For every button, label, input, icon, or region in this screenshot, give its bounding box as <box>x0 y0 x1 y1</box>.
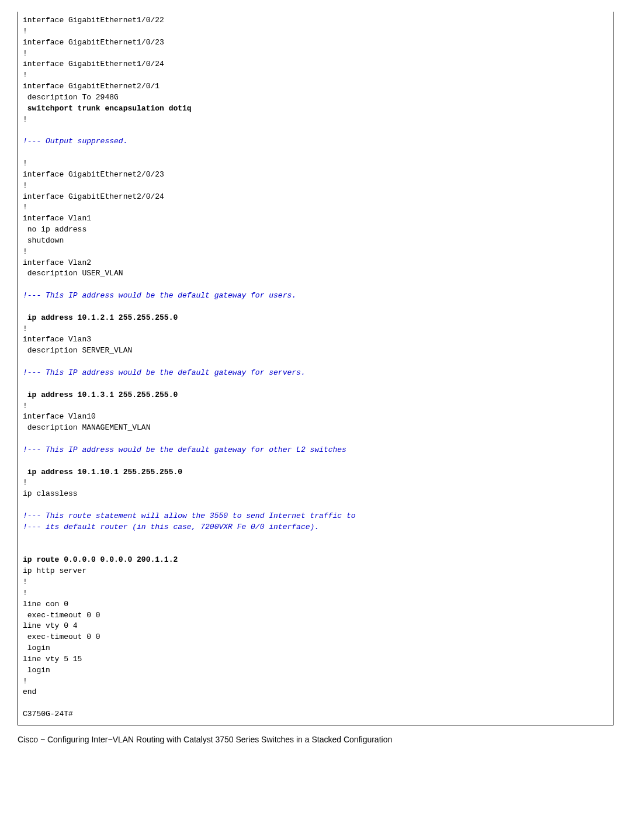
code-comment: !--- This IP address would be the defaul… <box>23 291 296 300</box>
code-line: interface Vlan3 <box>23 335 91 344</box>
code-line: ! <box>23 71 27 79</box>
code-line: login <box>23 644 50 652</box>
code-line: description To 2948G <box>23 93 119 102</box>
code-comment: !--- This IP address would be the defaul… <box>23 445 346 454</box>
code-line: login <box>23 666 50 675</box>
code-comment: !--- This route statement will allow the… <box>23 511 360 520</box>
code-line: interface GigabitEthernet2/0/1 <box>23 82 160 91</box>
code-line-bold: ip address 10.1.10.1 255.255.255.0 <box>23 468 182 476</box>
page-footer: Cisco − Configuring Inter−VLAN Routing w… <box>18 734 613 745</box>
code-line: ! <box>23 578 27 586</box>
code-line: interface Vlan10 <box>23 412 96 421</box>
code-line: ! <box>23 115 27 124</box>
code-line-bold: switchport trunk encapsulation dot1q <box>23 104 192 113</box>
code-line: interface GigabitEthernet1/0/24 <box>23 60 164 68</box>
code-line: ! <box>23 677 27 686</box>
code-line: ! <box>23 49 27 58</box>
code-line: interface Vlan2 <box>23 258 91 267</box>
code-line: interface GigabitEthernet2/0/24 <box>23 192 164 201</box>
code-line: no ip address <box>23 225 86 234</box>
code-line: description SERVER_VLAN <box>23 346 132 355</box>
code-line: ! <box>23 324 27 333</box>
code-line: ! <box>23 402 27 410</box>
code-line: line vty 0 4 <box>23 621 78 630</box>
code-line: C3750G-24T# <box>23 710 73 718</box>
code-line: interface GigabitEthernet1/0/22 <box>23 16 164 25</box>
code-line: description USER_VLAN <box>23 269 123 278</box>
code-line: ! <box>23 181 27 190</box>
code-line: ip http server <box>23 566 86 575</box>
code-line: ! <box>23 478 27 487</box>
code-line: line con 0 <box>23 600 68 609</box>
code-line: end <box>23 687 36 696</box>
code-line: ! <box>23 159 27 168</box>
code-comment: !--- Output suppressed. <box>23 137 127 146</box>
code-line: interface GigabitEthernet2/0/23 <box>23 170 164 179</box>
code-line: line vty 5 15 <box>23 655 82 663</box>
code-comment: !--- This IP address would be the defaul… <box>23 368 306 377</box>
code-line: shutdown <box>23 236 64 245</box>
code-line: ! <box>23 589 27 597</box>
code-line-bold: ip address 10.1.3.1 255.255.255.0 <box>23 390 178 399</box>
code-line: ! <box>23 247 27 256</box>
code-line: interface GigabitEthernet1/0/23 <box>23 38 164 47</box>
code-line: description MANAGEMENT_VLAN <box>23 423 150 432</box>
code-line: ! <box>23 203 27 212</box>
code-line: ip classless <box>23 489 78 498</box>
code-line-bold: ip route 0.0.0.0 0.0.0.0 200.1.1.2 <box>23 555 178 564</box>
code-line: exec-timeout 0 0 <box>23 632 100 641</box>
code-line: interface Vlan1 <box>23 214 91 223</box>
code-comment: !--- its default router (in this case, 7… <box>23 523 319 531</box>
code-line: ! <box>23 27 27 36</box>
code-line-bold: ip address 10.1.2.1 255.255.255.0 <box>23 313 178 322</box>
code-line: exec-timeout 0 0 <box>23 611 100 620</box>
config-code-block: interface GigabitEthernet1/0/22 ! interf… <box>18 12 613 725</box>
